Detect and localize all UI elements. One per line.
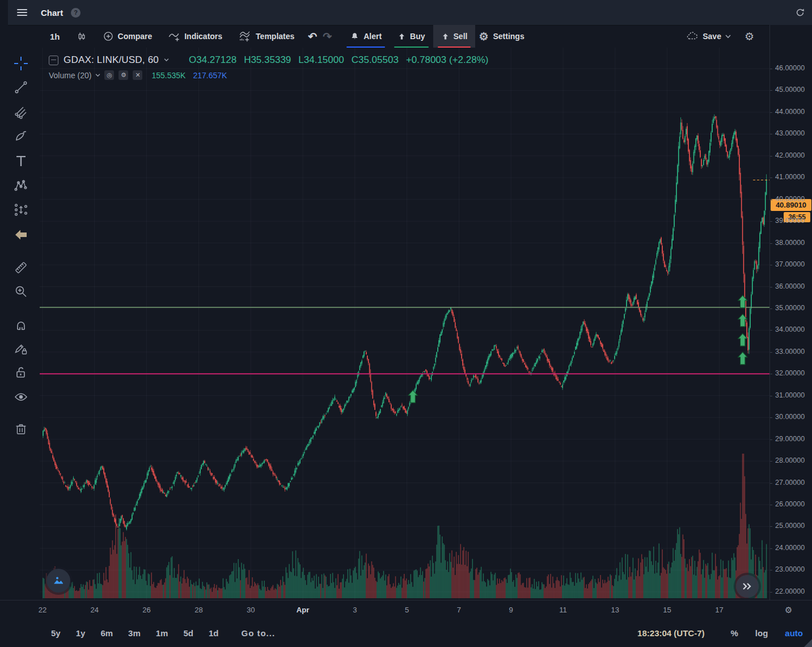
- trading-chart-app: Chart ? 1h Compare: [0, 0, 812, 647]
- range-5y[interactable]: 5y: [51, 628, 61, 638]
- hide-all-tool[interactable]: [14, 390, 28, 404]
- menu-icon[interactable]: [17, 9, 27, 16]
- goto-button[interactable]: Go to...: [241, 628, 275, 638]
- price-tick: [770, 461, 772, 462]
- time-tick-label: 28: [194, 606, 202, 614]
- volume-visibility-icon[interactable]: ◎: [104, 70, 114, 80]
- collapse-legend-icon[interactable]: [49, 56, 58, 65]
- percent-scale-toggle[interactable]: %: [730, 628, 738, 638]
- ruler-tool[interactable]: [14, 260, 28, 275]
- price-tick: [770, 156, 772, 157]
- volume-indicator-label: Volume (20): [49, 71, 91, 80]
- range-3m[interactable]: 3m: [128, 628, 141, 638]
- scroll-to-realtime-button[interactable]: [736, 575, 759, 598]
- time-tick-label: Apr: [297, 606, 309, 614]
- price-tick-label: 30.00000: [775, 413, 805, 421]
- auto-scale-toggle[interactable]: auto: [785, 628, 803, 638]
- buy-arrow-icon: [408, 390, 417, 403]
- price-tick: [770, 352, 772, 353]
- area-chart-logo-icon: [51, 573, 66, 588]
- price-tick-label: 29.00000: [775, 435, 805, 443]
- xabcd-pattern-tool[interactable]: [14, 178, 28, 193]
- price-tick: [770, 526, 772, 527]
- price-tick-label: 40.00000: [775, 195, 805, 203]
- range-6m[interactable]: 6m: [100, 628, 113, 638]
- grid: [40, 48, 769, 600]
- price-tick: [770, 69, 772, 69]
- price-tick-label: 23.00000: [775, 565, 805, 573]
- volume-ma-value: 155.535K: [151, 71, 185, 80]
- candlesticks: [43, 115, 767, 531]
- change-value: +0.78003 (+2.28%): [406, 54, 489, 66]
- remove-all-tool[interactable]: [14, 422, 28, 437]
- time-tick-label: 17: [715, 606, 723, 614]
- price-tick: [770, 483, 772, 484]
- symbol-title[interactable]: GDAX: LINK/USD, 60: [64, 54, 159, 66]
- magnet-tool[interactable]: [14, 318, 28, 333]
- ohlc-values: O34.27128 H35.35339 L34.15000 C35.05503 …: [189, 54, 488, 66]
- price-tick: [770, 200, 772, 200]
- chart-pane[interactable]: GDAX: LINK/USD, 60 O34.27128 H35.35339 L…: [40, 25, 769, 600]
- low-value: L34.15000: [298, 54, 344, 66]
- price-tick: [770, 221, 772, 222]
- drawing-lock-tool[interactable]: [14, 341, 28, 356]
- session-clock[interactable]: 18:23:04 (UTC-7): [637, 628, 704, 638]
- range-5d[interactable]: 5d: [183, 628, 193, 638]
- chevron-down-icon[interactable]: [95, 74, 100, 77]
- time-tick-label: 5: [405, 606, 409, 614]
- price-tick: [770, 592, 772, 593]
- volume-current-value: 217.657K: [193, 71, 227, 80]
- price-axis[interactable]: 40.89010 36:55 46.0000045.0000044.000004…: [769, 25, 812, 600]
- refresh-icon[interactable]: [795, 7, 805, 18]
- price-tick: [770, 439, 772, 440]
- chevron-down-icon[interactable]: [164, 58, 169, 62]
- page-title: Chart: [41, 8, 63, 18]
- arrow-marker-tool[interactable]: [14, 227, 28, 242]
- axis-settings-gear-icon[interactable]: ⚙: [785, 605, 792, 615]
- maximize-pane-button[interactable]: [46, 569, 70, 593]
- pitchfork-tool[interactable]: [14, 104, 28, 119]
- price-tick: [770, 112, 772, 113]
- volume-settings-icon[interactable]: ⚙: [119, 70, 128, 80]
- lock-all-tool[interactable]: [14, 365, 28, 380]
- volume-remove-icon[interactable]: ✕: [133, 70, 142, 80]
- time-axis[interactable]: ⚙ 2224262830Apr357911131517: [0, 600, 812, 620]
- buy-arrow-icon: [738, 352, 747, 365]
- crosshair-tool[interactable]: [14, 56, 28, 71]
- range-1m[interactable]: 1m: [156, 628, 168, 638]
- text-tool[interactable]: [14, 154, 28, 168]
- help-icon[interactable]: ?: [71, 8, 81, 18]
- trend-line-tool[interactable]: [14, 80, 28, 95]
- buy-arrow-icon: [738, 333, 747, 346]
- range-buttons: 5y 1y 6m 3m 1m 5d 1d: [51, 628, 218, 638]
- legend: GDAX: LINK/USD, 60 O34.27128 H35.35339 L…: [49, 53, 488, 80]
- double-chevron-right-icon: [742, 582, 752, 590]
- price-tick-label: 45.00000: [775, 86, 805, 94]
- price-tick: [770, 287, 772, 287]
- price-tick-label: 36.00000: [775, 282, 805, 290]
- horizontal-lines[interactable]: [40, 307, 769, 374]
- brush-tool[interactable]: [14, 129, 28, 143]
- price-tick-label: 26.00000: [775, 500, 805, 508]
- time-tick-label: 24: [91, 606, 99, 614]
- price-tick-label: 42.00000: [775, 151, 805, 159]
- price-tick-label: 28.00000: [775, 456, 805, 464]
- price-tick-label: 44.00000: [775, 108, 805, 116]
- forecast-tool[interactable]: [14, 202, 28, 217]
- log-scale-toggle[interactable]: log: [755, 628, 768, 638]
- price-tick: [770, 374, 772, 374]
- time-tick-label: 9: [509, 606, 513, 614]
- candlestick-plot: [40, 25, 769, 600]
- range-1d[interactable]: 1d: [209, 628, 219, 638]
- price-tick-label: 43.00000: [775, 129, 805, 137]
- range-1y[interactable]: 1y: [76, 628, 86, 638]
- price-tick: [770, 308, 772, 309]
- price-tick-label: 22.00000: [775, 587, 805, 595]
- resize-corner[interactable]: [804, 639, 812, 647]
- price-tick: [770, 505, 772, 505]
- price-tick: [770, 243, 772, 244]
- bottom-bar: 5y 1y 6m 3m 1m 5d 1d Go to... 18:23:04 (…: [0, 619, 812, 647]
- price-tick-label: 25.00000: [775, 522, 805, 530]
- price-tick: [770, 548, 772, 549]
- zoom-in-tool[interactable]: [14, 284, 28, 299]
